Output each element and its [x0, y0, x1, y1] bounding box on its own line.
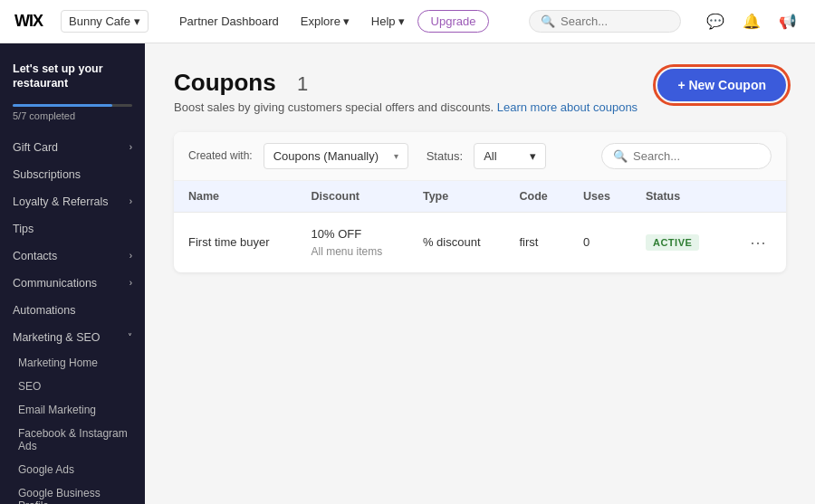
- page-title-wrap: Coupons 1 Boost sales by giving customer…: [174, 69, 638, 114]
- nav-search-input[interactable]: [561, 14, 669, 28]
- coupon-count: 1: [297, 72, 308, 96]
- sidebar-item-marketing-seo[interactable]: Marketing & SEO ˅: [0, 324, 145, 351]
- nav-explore[interactable]: Explore ▾: [292, 9, 359, 33]
- nav-search[interactable]: 🔍: [529, 10, 681, 33]
- row-status: ACTIVE: [631, 213, 724, 272]
- sidebar: Let's set up your restaurant 5/7 complet…: [0, 43, 145, 504]
- progress-fill: [13, 104, 112, 107]
- row-code: first: [505, 213, 570, 272]
- status-filter-label: Status:: [427, 149, 463, 163]
- sidebar-item-loyalty[interactable]: Loyalty & Referrals ›: [0, 188, 145, 215]
- filters-bar: Created with: Coupons (Manually) ▾ Statu…: [174, 132, 786, 181]
- page-title: Coupons 1: [174, 69, 638, 97]
- sidebar-item-facebook-ads[interactable]: Facebook & Instagram Ads: [0, 422, 145, 458]
- col-discount: Discount: [297, 181, 408, 213]
- top-nav: WIX Bunny Cafe ▾ Partner Dashboard Explo…: [0, 0, 815, 43]
- sidebar-item-subscriptions[interactable]: Subscriptions: [0, 161, 145, 188]
- created-with-caret: ▾: [394, 151, 398, 161]
- site-name-chevron: ▾: [134, 14, 140, 28]
- created-with-label: Created with:: [188, 149, 253, 164]
- discount-main: 10% OFF: [312, 225, 394, 243]
- sidebar-item-seo[interactable]: SEO: [0, 375, 145, 398]
- row-actions-cell: ⋯: [724, 213, 786, 272]
- col-code: Code: [505, 181, 570, 213]
- table-header: Name Discount Type Code Uses Status: [174, 181, 786, 213]
- nav-icons: 💬 🔔 📢: [703, 9, 801, 33]
- progress-text: 5/7 completed: [0, 110, 145, 127]
- new-coupon-button[interactable]: + New Coupon: [657, 69, 786, 101]
- communications-chevron: ›: [129, 278, 132, 288]
- coupons-table-card: Created with: Coupons (Manually) ▾ Statu…: [174, 132, 786, 272]
- loyalty-label: Loyalty & Referrals: [13, 195, 109, 208]
- created-with-value: Coupons (Manually): [273, 149, 379, 163]
- col-name: Name: [174, 181, 297, 213]
- page-subtitle: Boost sales by giving customers special …: [174, 100, 638, 114]
- communications-label: Communications: [13, 277, 97, 290]
- learn-more-link[interactable]: Learn more about coupons: [497, 100, 638, 114]
- created-with-select[interactable]: Coupons (Manually) ▾: [264, 143, 408, 169]
- sidebar-item-contacts[interactable]: Contacts ›: [0, 242, 145, 270]
- col-uses: Uses: [569, 181, 631, 213]
- discount-sub: All menu items: [312, 243, 394, 260]
- upgrade-button[interactable]: Upgrade: [417, 10, 490, 33]
- contacts-chevron: ›: [129, 251, 132, 261]
- sidebar-item-tips[interactable]: Tips: [0, 215, 145, 242]
- nav-links: Partner Dashboard Explore ▾ Help ▾ Upgra…: [170, 9, 514, 33]
- row-actions: ⋯: [738, 231, 772, 254]
- table-search-input[interactable]: [633, 149, 760, 163]
- row-uses: 0: [569, 213, 631, 272]
- marketing-seo-chevron: ˅: [128, 332, 132, 342]
- gift-card-chevron: ›: [129, 142, 132, 152]
- automations-label: Automations: [13, 304, 75, 317]
- sidebar-item-communications[interactable]: Communications ›: [0, 270, 145, 297]
- sidebar-item-google-business[interactable]: Google Business Profile: [0, 481, 145, 505]
- col-actions: [724, 181, 786, 213]
- col-status: Status: [631, 181, 724, 213]
- help-label: Help: [371, 14, 396, 28]
- explore-chevron: ▾: [343, 14, 350, 28]
- tips-label: Tips: [13, 223, 34, 235]
- wix-logo: WIX: [14, 12, 43, 31]
- nav-partner-dashboard[interactable]: Partner Dashboard: [170, 9, 288, 33]
- announcements-icon-button[interactable]: 📢: [775, 9, 801, 33]
- status-caret: ▾: [530, 149, 536, 163]
- status-value: All: [484, 149, 496, 163]
- subscriptions-label: Subscriptions: [13, 168, 81, 181]
- sidebar-item-google-ads[interactable]: Google Ads: [0, 458, 145, 481]
- row-discount: 10% OFF All menu items: [297, 213, 408, 272]
- body-wrap: Let's set up your restaurant 5/7 complet…: [0, 43, 815, 504]
- page-header: Coupons 1 Boost sales by giving customer…: [174, 69, 786, 114]
- row-name: First time buyer: [174, 213, 297, 272]
- sidebar-item-marketing-home[interactable]: Marketing Home: [0, 351, 145, 375]
- marketing-seo-label: Marketing & SEO: [13, 331, 101, 344]
- coupons-table: Name Discount Type Code Uses Status Firs…: [174, 181, 786, 272]
- row-type: % discount: [408, 213, 505, 272]
- status-select[interactable]: All ▾: [474, 143, 546, 169]
- status-badge: ACTIVE: [646, 234, 699, 251]
- main-content: Coupons 1 Boost sales by giving customer…: [145, 43, 815, 504]
- gift-card-label: Gift Card: [13, 141, 58, 154]
- col-type: Type: [408, 181, 505, 213]
- notifications-icon-button[interactable]: 🔔: [739, 9, 764, 33]
- search-icon: 🔍: [541, 14, 555, 28]
- explore-label: Explore: [301, 14, 340, 28]
- sidebar-setup-title: Let's set up your restaurant: [0, 51, 145, 99]
- sidebar-item-email-marketing[interactable]: Email Marketing: [0, 398, 145, 422]
- table-search-icon: 🔍: [613, 149, 628, 163]
- contacts-label: Contacts: [13, 250, 57, 262]
- sidebar-item-automations[interactable]: Automations: [0, 297, 145, 324]
- nav-help[interactable]: Help ▾: [362, 9, 414, 33]
- table-row: First time buyer 10% OFF All menu items …: [174, 213, 786, 272]
- chat-icon-button[interactable]: 💬: [703, 9, 728, 33]
- table-search[interactable]: 🔍: [601, 143, 772, 169]
- sidebar-item-gift-card[interactable]: Gift Card ›: [0, 134, 145, 161]
- progress-bar: [13, 104, 132, 107]
- table-body: First time buyer 10% OFF All menu items …: [174, 213, 786, 272]
- row-more-actions-button[interactable]: ⋯: [744, 231, 772, 254]
- site-name-dropdown[interactable]: Bunny Cafe ▾: [61, 10, 149, 33]
- site-name-label: Bunny Cafe: [69, 14, 130, 28]
- help-chevron: ▾: [398, 14, 405, 28]
- loyalty-chevron: ›: [129, 196, 132, 206]
